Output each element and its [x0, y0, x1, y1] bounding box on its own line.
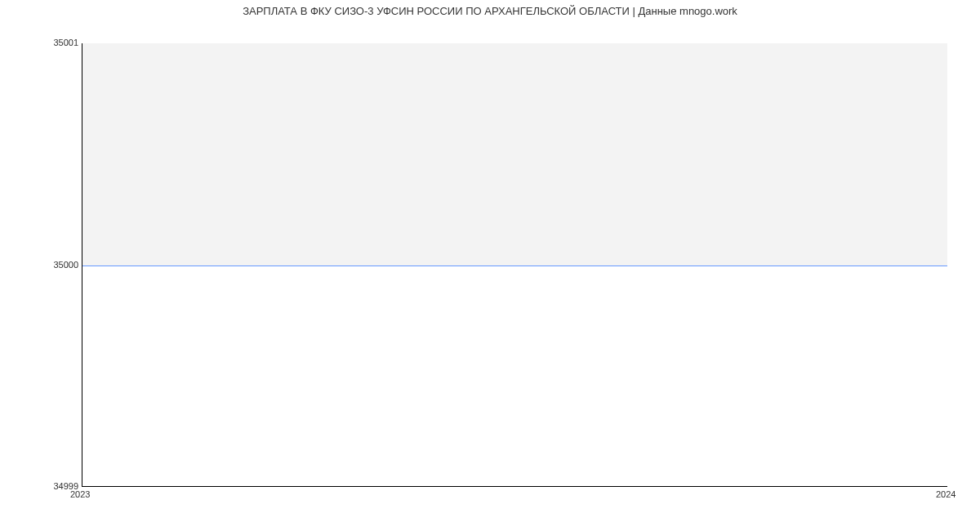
x-tick-start: 2023	[70, 490, 90, 499]
chart-fill-above-line	[82, 43, 947, 266]
y-tick-mid: 35000	[5, 261, 78, 270]
x-tick-end: 2024	[936, 490, 956, 499]
chart-container: ЗАРПЛАТА В ФКУ СИЗО-3 УФСИН РОССИИ ПО АР…	[0, 0, 980, 531]
chart-title: ЗАРПЛАТА В ФКУ СИЗО-3 УФСИН РОССИИ ПО АР…	[0, 5, 980, 17]
chart-data-line	[82, 266, 947, 266]
y-tick-max: 35001	[5, 38, 78, 47]
plot-area	[82, 43, 947, 487]
y-tick-min: 34999	[5, 482, 78, 491]
